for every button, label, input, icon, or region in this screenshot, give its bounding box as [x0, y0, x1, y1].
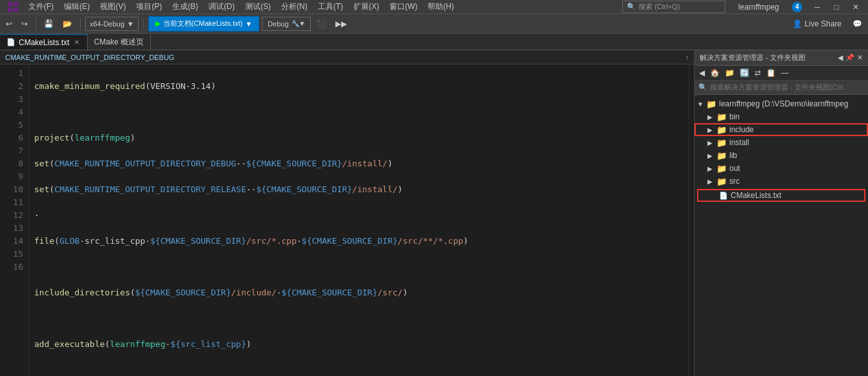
code-line-5: set(CMAKE_RUNTIME_OUTPUT_DIRECTORY_RELEA… — [34, 183, 684, 196]
nav-folder-button[interactable]: 📁 — [723, 67, 736, 79]
notification-badge[interactable]: 4 — [792, 2, 802, 12]
code-editor[interactable]: 1 2 3 4 5 6 7 8 9 10 11 12 13 14 15 16 — [0, 64, 694, 376]
menu-window[interactable]: 窗口(W) — [384, 0, 422, 14]
menu-extensions[interactable]: 扩展(X) — [348, 0, 384, 14]
editor-topbar: CMAKE_RUNTIME_OUTPUT_DIRECTORY_DEBUG ↑ — [0, 50, 694, 64]
save-button[interactable]: 💾 — [41, 16, 57, 32]
tree-item-lib[interactable]: ▶ 📁 lib — [695, 149, 868, 162]
separator-3 — [143, 17, 144, 30]
nav-sync-button[interactable]: ⇄ — [753, 67, 763, 79]
out-folder-icon: 📁 — [716, 164, 727, 173]
code-line-11: add_executable(learnffmpeg·${src_list_cp… — [34, 338, 684, 351]
panel-collapse-icon[interactable]: ◀ — [838, 54, 843, 62]
code-line-9: include_directories(${CMAKE_SOURCE_DIR}/… — [34, 286, 684, 299]
toolbar: ↩ ↪ 💾 📂 x64-Debug ▼ ▶ 当前文档(CMakeLists.tx… — [0, 14, 868, 34]
tree-item-out[interactable]: ▶ 📁 out — [695, 162, 868, 175]
run-chevron-icon: ▼ — [245, 20, 252, 28]
close-button[interactable]: ✕ — [846, 0, 865, 14]
tree-lib-arrow: ▶ — [707, 152, 716, 159]
tab-close-cmakelists[interactable]: ✕ — [73, 39, 81, 46]
menu-debug[interactable]: 调试(D) — [203, 0, 240, 14]
bin-folder-icon: 📁 — [716, 112, 727, 122]
line-numbers: 1 2 3 4 5 6 7 8 9 10 11 12 13 14 15 16 — [0, 64, 29, 376]
toolbar-btn-1[interactable]: ⬛ — [313, 16, 330, 32]
live-share-icon: 👤 — [793, 19, 802, 28]
code-line-10 — [34, 312, 684, 325]
tree-item-src[interactable]: ▶ 📁 src — [695, 175, 868, 188]
menu-build[interactable]: 生成(B) — [167, 0, 203, 14]
code-line-6: · — [34, 209, 684, 222]
menu-view[interactable]: 视图(V) — [95, 0, 131, 14]
editor-area: CMAKE_RUNTIME_OUTPUT_DIRECTORY_DEBUG ↑ 1… — [0, 50, 694, 376]
search-icon: 🔍 — [698, 83, 707, 92]
menu-bar: 文件(F) 编辑(E) 视图(V) 项目(P) 生成(B) 调试(D) 测试(S… — [0, 0, 868, 14]
live-share-label: Live Share — [805, 19, 842, 28]
app-icon[interactable] — [3, 0, 23, 14]
config-label: x64-Debug — [90, 20, 124, 28]
undo-button[interactable]: ↩ — [3, 16, 15, 32]
search-box[interactable]: 🔍 搜索 (Ctrl+Q) — [622, 1, 725, 13]
code-line-3: project(learnffmpeg) — [34, 132, 684, 144]
src-folder-icon: 📁 — [716, 177, 727, 186]
menu-help[interactable]: 帮助(H) — [422, 0, 459, 14]
menu-test[interactable]: 测试(S) — [240, 0, 276, 14]
search-panel: 🔍 搜索解决方案资源管理器 - 文件夹视图(Ctrl — [695, 81, 868, 95]
solution-explorer-title: 解决方案资源管理器 - 文件夹视图 — [700, 53, 805, 63]
code-content[interactable]: cmake_minimum_required(VERSION·3.14) pro… — [29, 64, 689, 376]
root-folder-icon: 📁 — [706, 99, 716, 109]
menu-tools[interactable]: 工具(T) — [313, 0, 348, 14]
tree-install-arrow: ▶ — [707, 139, 716, 146]
tree-include-label: include — [729, 125, 754, 134]
config-dropdown[interactable]: x64-Debug ▼ — [85, 17, 139, 31]
search-icon: 🔍 — [627, 3, 636, 11]
editor-scrollbar[interactable] — [689, 64, 694, 376]
svg-rect-0 — [8, 2, 12, 6]
separator-2 — [80, 17, 81, 30]
config-chevron-icon: ▼ — [127, 20, 134, 28]
nav-refresh-button[interactable]: 🔄 — [738, 67, 751, 79]
run-label: 当前文档(CMakeLists.txt) — [163, 19, 242, 28]
tree-view[interactable]: ▼ 📁 learnffmpeg (D:\VSDemo\learnffmpeg ▶… — [695, 95, 868, 376]
lib-folder-icon: 📁 — [716, 151, 727, 161]
run-button[interactable]: ▶ 当前文档(CMakeLists.txt) ▼ — [148, 16, 259, 32]
open-button[interactable]: 📂 — [59, 16, 75, 32]
tree-out-label: out — [729, 164, 740, 173]
debug-dropdown[interactable]: Debug 🔧▼ — [262, 17, 311, 31]
search-placeholder: 搜索 (Ctrl+Q) — [638, 2, 680, 12]
tree-cmakelists-label: CMakeLists.txt — [731, 191, 782, 200]
topbar-scroll-right[interactable]: ↑ — [686, 54, 689, 61]
nav-home-button[interactable]: 🏠 — [708, 67, 722, 79]
install-folder-icon: 📁 — [716, 138, 727, 148]
menu-file[interactable]: 文件(F) — [23, 0, 59, 14]
live-share-button[interactable]: 👤 Live Share — [787, 18, 847, 30]
tab-cmakelists[interactable]: 📄 CMakeLists.txt ✕ — [0, 34, 88, 50]
play-icon: ▶ — [155, 19, 161, 28]
nav-collapse-button[interactable]: — — [779, 67, 791, 79]
tree-root-arrow: ▼ — [697, 101, 706, 108]
tree-root[interactable]: ▼ 📁 learnffmpeg (D:\VSDemo\learnffmpeg — [695, 97, 868, 110]
tab-label-cmakelists: CMakeLists.txt — [19, 38, 70, 47]
feedback-button[interactable]: 💬 — [849, 16, 865, 32]
code-line-1: cmake_minimum_required(VERSION·3.14) — [34, 80, 684, 93]
panel-close-icon[interactable]: ✕ — [857, 54, 863, 62]
tab-cmake-overview[interactable]: CMake 概述页 — [88, 34, 151, 50]
tabs-bar: 📄 CMakeLists.txt ✕ CMake 概述页 — [0, 34, 868, 50]
maximize-button[interactable]: □ — [827, 0, 846, 14]
panel-pin-icon[interactable]: 📌 — [845, 54, 854, 62]
tab-icon-cmakelists: 📄 — [6, 38, 15, 46]
tree-item-cmakelists[interactable]: ▶ 📄 CMakeLists.txt — [697, 189, 865, 202]
search-panel-placeholder[interactable]: 搜索解决方案资源管理器 - 文件夹视图(Ctrl — [710, 83, 843, 92]
redo-button[interactable]: ↪ — [18, 16, 31, 32]
nav-copy-button[interactable]: 📋 — [764, 67, 778, 79]
tree-item-include[interactable]: ▶ 📁 include — [695, 123, 868, 136]
tree-item-bin[interactable]: ▶ 📁 bin — [695, 110, 868, 123]
solution-explorer-header: 解决方案资源管理器 - 文件夹视图 ◀ 📌 ✕ — [695, 50, 868, 66]
tree-item-install[interactable]: ▶ 📁 install — [695, 136, 868, 149]
toolbar-btn-2[interactable]: ▶▶ — [332, 16, 350, 32]
menu-analyze[interactable]: 分析(N) — [276, 0, 313, 14]
minimize-button[interactable]: ─ — [807, 0, 827, 14]
menu-edit[interactable]: 编辑(E) — [59, 0, 95, 14]
menu-project[interactable]: 项目(P) — [131, 0, 167, 14]
tree-bin-label: bin — [729, 112, 740, 121]
nav-back-button[interactable]: ◀ — [697, 67, 707, 79]
